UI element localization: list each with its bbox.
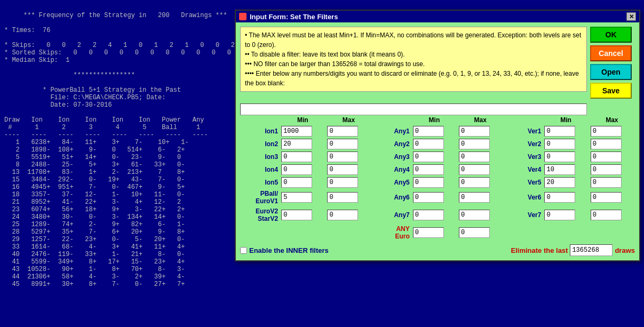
info-row: • The MAX level must be at least Min+1. … [240,27,635,101]
ver1-label: Ver1 [503,125,543,138]
eliminate-last-text: Eliminate the last [511,246,568,254]
enable-inner-text: Enable the INNER filters [249,246,329,254]
ver1-min[interactable] [544,126,575,137]
ion4-max[interactable] [327,164,358,175]
ver7-min[interactable] [544,210,575,220]
ion4-min[interactable] [281,164,312,175]
title-icon [239,13,247,20]
any2-min[interactable] [413,139,444,149]
filter-row-pball: PBall/EuroV1 Any6 Ver6 [240,189,635,206]
info-line2: •• To disable a filter: leave its text b… [245,51,405,58]
modal-body: • The MAX level must be at least Min+1. … [236,22,639,260]
ver4-max[interactable] [591,164,622,175]
save-button[interactable]: Save [590,83,632,99]
filter-row-3: Ion3 Any3 Ver3 [240,150,635,163]
col-ver-min: Min [543,115,589,125]
discard-row [240,101,635,115]
ver5-min[interactable] [544,177,575,188]
ion3-min[interactable] [281,151,312,162]
modal-titlebar: Input Form: Set The Filters ✕ [236,11,639,22]
ion1-max[interactable] [327,126,358,137]
draws-input[interactable] [570,244,613,256]
ver3-max[interactable] [591,151,622,162]
any4-max[interactable] [459,164,490,175]
ver7-label: Ver7 [503,206,543,224]
any7-max[interactable] [459,210,490,220]
ion5-max[interactable] [327,177,358,188]
modal-overlay: Input Form: Set The Filters ✕ • The MAX … [0,0,644,327]
ver2-min[interactable] [544,139,575,149]
any-euro-max[interactable] [459,227,490,238]
any7-label: Any7 [372,206,411,224]
any5-label: Any5 [372,176,411,189]
ok-button[interactable]: OK [590,27,632,43]
ion2-min[interactable] [281,139,312,149]
any-euro-min[interactable] [413,227,444,238]
input-form-modal: Input Form: Set The Filters ✕ • The MAX … [235,10,640,261]
action-buttons: OK Cancel Open Save [590,27,632,101]
pball-min[interactable] [281,192,312,203]
enable-inner-checkbox[interactable] [240,247,247,254]
ver4-label: Ver4 [503,163,543,176]
eurov2-label: EuroV2StarV2 [240,206,280,224]
modal-title: Input Form: Set The Filters [250,13,338,21]
ion3-label: Ion3 [240,150,280,163]
ver4-min[interactable] [544,164,575,175]
ver5-label: Ver5 [503,176,543,189]
any6-max[interactable] [459,192,490,203]
ion4-label: Ion4 [240,163,280,176]
filter-row-5: Ion5 Any5 Ver5 [240,176,635,189]
pball-label: PBall/EuroV1 [240,189,280,206]
info-line3: ••• NO filter can be larger than 1365268… [245,60,425,68]
ver5-max[interactable] [591,177,622,188]
ver3-min[interactable] [544,151,575,162]
col-ion-max: Max [325,115,371,125]
any5-min[interactable] [413,177,444,188]
any2-label: Any2 [372,138,411,150]
close-button[interactable]: ✕ [626,12,636,21]
info-line1: • The MAX level must be at least Min+1. … [245,31,581,49]
open-button[interactable]: Open [590,64,632,80]
ion2-label: Ion2 [240,138,280,150]
pball-max[interactable] [327,192,358,203]
info-line4: •••• Enter below any numbers/digits you … [245,70,579,87]
any4-label: Any4 [372,163,411,176]
any6-min[interactable] [413,192,444,203]
ion1-label: Ion1 [240,125,280,138]
any3-max[interactable] [459,151,490,162]
ver6-min[interactable] [544,192,575,203]
ver2-label: Ver2 [503,138,543,150]
bottom-row: Enable the INNER filters Eliminate the l… [240,244,635,256]
ver2-max[interactable] [591,139,622,149]
eurov2-max[interactable] [327,210,358,220]
any6-label: Any6 [372,189,411,206]
any7-min[interactable] [413,210,444,220]
any2-max[interactable] [459,139,490,149]
eurov2-min[interactable] [281,210,312,220]
ver6-max[interactable] [591,192,622,203]
cancel-button[interactable]: Cancel [590,45,632,61]
titlebar-left: Input Form: Set The Filters [239,13,338,21]
enable-inner-label[interactable]: Enable the INNER filters [240,246,329,254]
any1-max[interactable] [459,126,490,137]
any3-label: Any3 [372,150,411,163]
ion2-max[interactable] [327,139,358,149]
any1-min[interactable] [413,126,444,137]
ion3-max[interactable] [327,151,358,162]
ion1-min[interactable] [281,126,312,137]
discard-input[interactable] [240,103,587,115]
filter-row-4: Ion4 Any4 Ver4 [240,163,635,176]
col-any-min: Min [411,115,457,125]
any4-min[interactable] [413,164,444,175]
any5-max[interactable] [459,177,490,188]
col-ver-max: Max [589,115,635,125]
ver7-max[interactable] [591,210,622,220]
ver1-max[interactable] [591,126,622,137]
eliminate-section: Eliminate the last draws [511,244,635,256]
any-euro-label: ANYEuro [372,224,411,242]
ion5-min[interactable] [281,177,312,188]
col-ion-min: Min [280,115,325,125]
filter-row-1: Ion1 Any1 Ver1 [240,125,635,138]
any3-min[interactable] [413,151,444,162]
filter-row-anyeuro: ANYEuro [240,224,635,242]
